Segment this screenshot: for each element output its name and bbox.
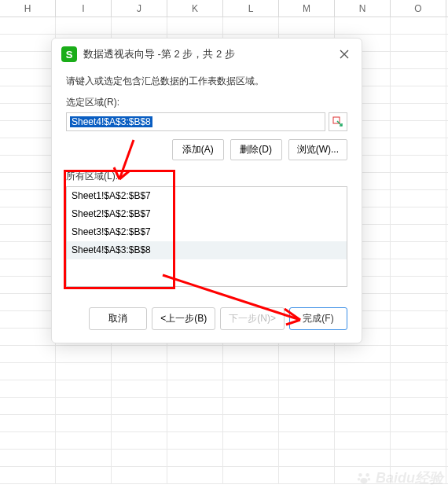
pivot-wizard-dialog: S 数据透视表向导 -第 2 步，共 2 步 请键入或选定包含汇总数据的工作表数… [51, 38, 362, 343]
range-picker-icon [332, 116, 343, 127]
col-header[interactable]: J [112, 0, 167, 17]
svg-point-1 [358, 473, 362, 477]
svg-point-4 [368, 478, 371, 481]
list-item[interactable]: Sheet3!$A$2:$B$7 [67, 223, 347, 241]
list-item[interactable]: Sheet2!$A$2:$B$7 [67, 205, 347, 223]
column-headers: H I J K L M N O [0, 0, 448, 17]
selected-range-label: 选定区域(R): [66, 96, 347, 109]
col-header[interactable]: N [335, 0, 391, 17]
titlebar: S 数据透视表向导 -第 2 步，共 2 步 [52, 39, 362, 68]
delete-button[interactable]: 删除(D) [230, 139, 282, 160]
close-button[interactable] [336, 46, 352, 62]
paw-icon [355, 469, 373, 486]
next-button: 下一步(N)> [220, 307, 285, 330]
col-header[interactable]: I [56, 0, 112, 17]
col-header[interactable]: L [223, 0, 279, 17]
col-header[interactable]: H [0, 0, 56, 17]
col-header[interactable]: O [391, 0, 446, 17]
finish-button[interactable]: 完成(F) [289, 307, 347, 330]
range-picker-button[interactable] [329, 112, 347, 131]
selected-range-input[interactable]: Sheet4!$A$3:$B$8 [66, 112, 325, 131]
all-ranges-listbox[interactable]: Sheet1!$A$2:$B$7 Sheet2!$A$2:$B$7 Sheet3… [66, 186, 347, 287]
cancel-button[interactable]: 取消 [89, 307, 147, 330]
selected-range-value: Sheet4!$A$3:$B$8 [70, 116, 152, 127]
back-button[interactable]: <上一步(B) [152, 307, 215, 330]
list-item[interactable]: Sheet1!$A$2:$B$7 [67, 187, 347, 205]
col-header[interactable]: K [167, 0, 223, 17]
watermark: Baidu经验 [355, 468, 443, 487]
dialog-footer: 取消 <上一步(B) 下一步(N)> 完成(F) [52, 298, 362, 343]
browse-button[interactable]: 浏览(W)... [288, 139, 347, 160]
svg-point-5 [360, 478, 367, 483]
dialog-title: 数据透视表向导 -第 2 步，共 2 步 [83, 47, 336, 61]
svg-point-2 [365, 473, 369, 477]
prompt-text: 请键入或选定包含汇总数据的工作表数据区域。 [66, 75, 347, 88]
svg-point-3 [358, 478, 361, 481]
app-icon: S [61, 46, 77, 62]
list-item[interactable]: Sheet4!$A$3:$B$8 [67, 241, 347, 259]
add-button[interactable]: 添加(A) [172, 139, 224, 160]
all-ranges-label: 所有区域(L): [66, 170, 347, 183]
close-icon [340, 50, 349, 59]
col-header[interactable]: M [279, 0, 335, 17]
